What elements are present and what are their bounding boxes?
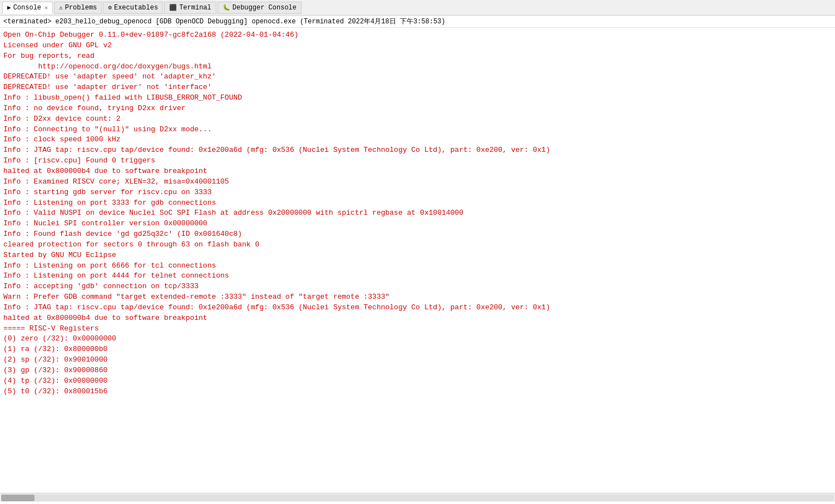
console-line: Open On-Chip Debugger 0.11.0+dev-01897-g… <box>3 30 832 41</box>
console-line: halted at 0x800000b4 due to software bre… <box>3 166 832 177</box>
debugger-console-icon: 🐛 <box>223 4 230 11</box>
tab-executables-label: Executables <box>114 4 158 12</box>
tab-console-close[interactable]: ✕ <box>45 4 48 11</box>
console-line: halted at 0x800000b4 due to software bre… <box>3 313 832 324</box>
scroll-thumb[interactable] <box>1 495 34 501</box>
console-line: Info : libusb_open() failed with LIBUSB_… <box>3 93 832 103</box>
console-line: Info : Listening on port 3333 for gdb co… <box>3 198 832 209</box>
console-line: Info : D2xx device count: 2 <box>3 114 832 125</box>
tab-console[interactable]: ▶ Console ✕ <box>2 2 53 14</box>
console-line: Info : [riscv.cpu] Found 0 triggers <box>3 156 832 166</box>
scroll-track[interactable] <box>1 495 834 501</box>
tab-terminal[interactable]: ⬛ Terminal <box>164 2 216 14</box>
tab-problems[interactable]: ⚠ Problems <box>54 2 102 14</box>
console-line: (1) ra (/32): 0x800000b0 <box>3 344 832 355</box>
tab-terminal-label: Terminal <box>179 4 211 12</box>
console-line: (2) sp (/32): 0x90010000 <box>3 355 832 365</box>
executables-icon: ⚙ <box>108 4 112 11</box>
tab-executables[interactable]: ⚙ Executables <box>103 2 163 14</box>
console-line: ===== RISC-V Registers <box>3 324 832 334</box>
tab-bar: ▶ Console ✕ ⚠ Problems ⚙ Executables ⬛ T… <box>0 0 835 16</box>
console-line: Started by GNU MCU Eclipse <box>3 250 832 261</box>
console-line: Info : Nuclei SPI controller version 0x0… <box>3 219 832 229</box>
console-area[interactable]: Open On-Chip Debugger 0.11.0+dev-01897-g… <box>0 28 835 493</box>
console-line: Info : Listening on port 6666 for tcl co… <box>3 261 832 271</box>
console-line: Info : Connecting to "(null)" using D2xx… <box>3 125 832 135</box>
console-line: Info : no device found, trying D2xx driv… <box>3 103 832 114</box>
console-line: For bug reports, read <box>3 51 832 62</box>
problems-icon: ⚠ <box>59 4 63 11</box>
console-line: Info : accepting 'gdb' connection on tcp… <box>3 281 832 292</box>
console-icon: ▶ <box>7 4 11 11</box>
console-line: DEPRECATED! use 'adapter speed' not 'ada… <box>3 72 832 82</box>
console-line: (4) tp (/32): 0x00000000 <box>3 376 832 387</box>
console-line: Warn : Prefer GDB command "target extend… <box>3 292 832 303</box>
tab-console-label: Console <box>13 4 41 12</box>
console-line: http://openocd.org/doc/doxygen/bugs.html <box>3 62 832 72</box>
console-line: Info : Listening on port 4444 for telnet… <box>3 271 832 281</box>
title-text: <terminated> e203_hello_debug_openocd [G… <box>3 18 446 26</box>
bottom-scrollbar[interactable] <box>0 493 835 502</box>
console-line: Info : JTAG tap: riscv.cpu tap/device fo… <box>3 145 832 156</box>
console-line: (3) gp (/32): 0x90000860 <box>3 365 832 376</box>
console-line: Info : Valid NUSPI on device Nuclei SoC … <box>3 208 832 219</box>
tab-debugger-console[interactable]: 🐛 Debugger Console <box>218 2 302 14</box>
console-line: DEPRECATED! use 'adapter driver' not 'in… <box>3 82 832 93</box>
console-line: Licensed under GNU GPL v2 <box>3 41 832 51</box>
tab-debugger-console-label: Debugger Console <box>233 4 297 12</box>
console-line: Info : JTAG tap: riscv.cpu tap/device fo… <box>3 303 832 313</box>
tab-problems-label: Problems <box>65 4 97 12</box>
terminal-icon: ⬛ <box>169 4 177 11</box>
console-line: (5) t0 (/32): 0x800015b6 <box>3 387 832 397</box>
console-line: Info : Examined RISCV core; XLEN=32, mis… <box>3 177 832 187</box>
console-line: Info : starting gdb server for riscv.cpu… <box>3 187 832 198</box>
title-bar: <terminated> e203_hello_debug_openocd [G… <box>0 16 835 28</box>
console-line: cleared protection for sectors 0 through… <box>3 240 832 250</box>
console-line: Info : Found flash device 'gd gd25q32c' … <box>3 229 832 240</box>
console-line: (0) zero (/32): 0x00000000 <box>3 334 832 344</box>
console-line: Info : clock speed 1000 kHz <box>3 135 832 145</box>
